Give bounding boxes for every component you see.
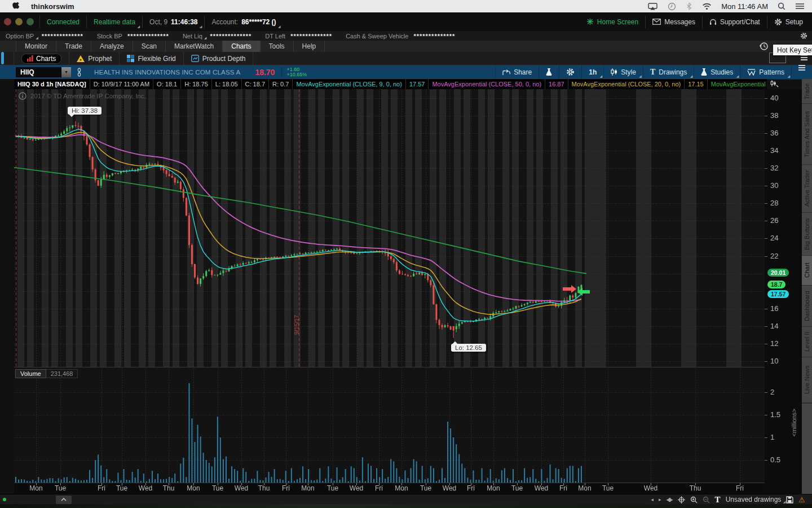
account-field-label: DT Left <box>265 33 285 40</box>
zoom-window-button[interactable] <box>27 18 34 25</box>
symbol-field[interactable]: HIIQ <box>16 67 61 77</box>
zoom-out-icon[interactable] <box>703 496 710 503</box>
interval-button[interactable]: 1h◢ <box>581 65 603 79</box>
subtab-prophet[interactable]: Prophet <box>69 52 120 65</box>
account-selector[interactable]: Account:86*****72 ()◢ <box>210 18 277 26</box>
time-axis[interactable]: MonTueFriTueWedThuMonTueWedThuFriMonTueW… <box>14 484 767 494</box>
spotlight-search-icon[interactable] <box>778 2 785 10</box>
home-screen-button[interactable]: Home Screen <box>585 18 639 26</box>
account-field-option-bp[interactable]: Option BP◢************** <box>6 32 91 40</box>
account-field-stock-bp[interactable]: Stock BP************** <box>97 33 177 40</box>
chart-menu-icon[interactable] <box>791 65 812 79</box>
studies-button[interactable]: Studies◢ <box>694 65 740 79</box>
account-field-label: Stock BP <box>97 33 122 40</box>
apple-menu-icon[interactable] <box>12 2 20 11</box>
chart-zoom-icon[interactable] <box>770 80 779 90</box>
gadget-tab-active-trader[interactable]: Active Trader <box>802 165 812 213</box>
gadget-tab-trade[interactable]: Trade <box>802 79 812 104</box>
accountbar-gear-icon[interactable] <box>800 32 807 40</box>
gadget-tab-big-buttons[interactable]: Big Buttons <box>802 213 812 256</box>
tab-help[interactable]: Help <box>294 41 325 52</box>
account-field-net-liq[interactable]: Net Liq◢************** <box>183 32 259 40</box>
tab-monitor[interactable]: Monitor <box>16 41 56 52</box>
tab-scan[interactable]: Scan <box>133 41 166 52</box>
gadget-tab-live-news[interactable]: Live News <box>802 357 812 403</box>
gadget-tab-chart[interactable]: Chart <box>802 256 812 286</box>
patterns-button[interactable]: Patterns◢ <box>740 65 791 79</box>
scroll-right-icon[interactable]: ▸ <box>659 497 661 502</box>
data-status[interactable]: Realtime data◢ <box>92 18 136 26</box>
time-axis-label: Tue <box>55 484 66 492</box>
onDemand-flask-button[interactable] <box>539 65 559 79</box>
account-field-value: ************** <box>210 33 251 40</box>
crosshair-icon[interactable] <box>678 496 685 503</box>
account-field-dt-left[interactable]: DT Left************** <box>265 33 340 40</box>
left-scroll-indicator[interactable] <box>1 52 4 64</box>
gadget-tab-level-ii[interactable]: Level II <box>802 327 812 357</box>
tab-trade[interactable]: Trade <box>56 41 91 52</box>
gear-icon <box>774 18 782 26</box>
volume-label[interactable]: Volume <box>15 369 46 378</box>
subtab-product-depth[interactable]: Product Depth <box>184 52 254 65</box>
tab-marketwatch[interactable]: MarketWatch <box>166 41 223 52</box>
symbol-dropdown-button[interactable]: ▼ <box>61 67 71 77</box>
session-datetime[interactable]: Oct, 911:46:38◢ <box>148 18 198 26</box>
subtab-menu-icon[interactable] <box>801 55 807 60</box>
unsaved-drawings-menu[interactable]: Unsaved drawings◢ <box>726 496 782 503</box>
tab-analyze[interactable]: Analyze <box>91 41 133 52</box>
support-chat-button[interactable]: Support/Chat <box>708 18 761 26</box>
price-volume-chart[interactable] <box>14 89 767 494</box>
time-axis-label: Mon <box>395 484 408 492</box>
text-note-tool[interactable]: T <box>715 495 721 505</box>
drawings-button[interactable]: T Drawings◢ <box>643 65 694 79</box>
subtab-flexible-grid[interactable]: Flexible Grid <box>120 52 183 65</box>
subtab-charts[interactable]: Charts <box>14 52 69 65</box>
messages-button[interactable]: Messages <box>651 18 696 26</box>
symbol-input[interactable]: HIIQ ▼ <box>16 67 71 77</box>
menu-list-icon[interactable] <box>796 3 804 10</box>
price-axis-label: 36 <box>770 129 778 137</box>
history-icon[interactable] <box>759 42 769 53</box>
price-tick <box>765 116 767 116</box>
volume-axis-label: 1.5 <box>770 410 780 419</box>
tab-charts[interactable]: Charts <box>223 41 260 52</box>
zoom-in-icon[interactable] <box>690 496 698 503</box>
scroll-left-icon[interactable]: ◂ <box>651 497 654 502</box>
chart-header-field: L: 18.05 <box>212 79 242 89</box>
last-price: 18.70 <box>255 68 275 77</box>
warning-icon[interactable]: ⚠ <box>798 496 805 504</box>
price-axis-label: 22 <box>770 252 778 260</box>
close-window-button[interactable] <box>4 18 11 25</box>
gadget-tab-times-and-sales[interactable]: Times And Sales <box>802 104 812 165</box>
volume-tick <box>765 437 767 438</box>
price-axis[interactable]: <millions> 40383634323028262422161412102… <box>765 89 802 494</box>
app-title[interactable]: thinkorswim <box>31 2 74 11</box>
menubar-clock[interactable]: Mon 11:46 AM <box>721 2 768 11</box>
share-icon <box>502 69 510 76</box>
bluetooth-icon[interactable] <box>686 2 692 10</box>
flask-icon <box>546 68 552 76</box>
minimize-window-button[interactable] <box>15 18 23 25</box>
chart-header-field: 17.57 <box>406 79 429 89</box>
link-channel-icon[interactable] <box>77 68 82 77</box>
share-button[interactable]: Share <box>495 65 539 79</box>
price-tick <box>765 186 767 186</box>
wifi-icon[interactable] <box>702 3 712 10</box>
gadget-tab-dashboard[interactable]: Dashboard <box>802 286 812 327</box>
chart-panel[interactable]: 2017 © TD Ameritrade IP Company, Inc. Hi… <box>14 89 767 494</box>
time-machine-icon[interactable] <box>668 2 676 11</box>
chart-settings-gear-button[interactable] <box>559 65 581 79</box>
time-axis-label: Mon <box>578 484 591 492</box>
fit-width-icon[interactable]: ◂▮▸ <box>667 497 673 502</box>
setup-button[interactable]: Setup <box>773 18 804 26</box>
high-annotation: Hi: 37.38 <box>68 107 102 115</box>
style-button[interactable]: Style◢ <box>603 65 643 79</box>
save-icon[interactable] <box>786 496 793 503</box>
time-axis-label: Thu <box>258 484 270 492</box>
main-tab-bar: MonitorTradeAnalyzeScanMarketWatchCharts… <box>0 41 812 52</box>
panel-collapse-handle[interactable] <box>56 496 72 504</box>
tab-tools[interactable]: Tools <box>261 41 294 52</box>
time-axis-label: Wed <box>535 484 548 492</box>
account-field-cash-sweep-vehicle[interactable]: Cash & Sweep Vehicle************** <box>346 33 463 40</box>
airplay-icon[interactable] <box>648 3 657 10</box>
